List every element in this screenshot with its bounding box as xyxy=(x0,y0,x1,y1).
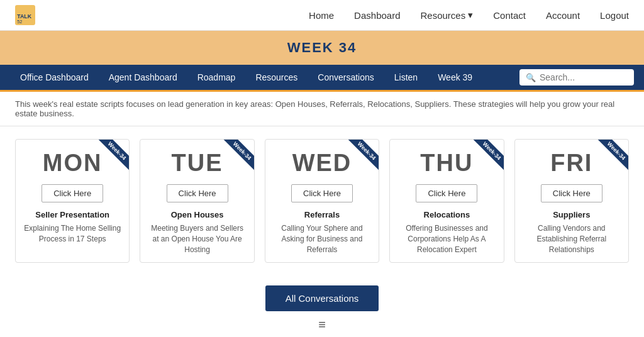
all-conversations-area: All Conversations ≡ xyxy=(0,275,644,337)
day-card-tue: TUE Click Here Open Houses Meeting Buyer… xyxy=(140,139,254,263)
logo-icon: TALK 52 xyxy=(15,5,35,25)
search-area: 🔍 xyxy=(519,69,634,86)
sec-nav-conversations[interactable]: Conversations xyxy=(308,65,384,90)
nav-home[interactable]: Home xyxy=(309,10,334,21)
click-here-fri[interactable]: Click Here xyxy=(541,184,602,202)
all-conversations-button[interactable]: All Conversations xyxy=(265,285,379,311)
day-card-fri: FRI Click Here Suppliers Calling Vendors… xyxy=(514,139,629,263)
corner-ribbon-wed xyxy=(341,140,379,177)
topic-desc-fri: Calling Vendors and Establishing Referra… xyxy=(523,223,621,255)
nav-dashboard[interactable]: Dashboard xyxy=(354,10,400,21)
sec-nav-office-dashboard[interactable]: Office Dashboard xyxy=(10,65,99,90)
topic-desc-mon: Explaining The Home Selling Process in 1… xyxy=(23,223,121,245)
topic-desc-wed: Calling Your Sphere and Asking for Busin… xyxy=(273,223,371,255)
day-label-fri: FRI xyxy=(550,150,592,177)
logo[interactable]: TALK 52 xyxy=(15,5,35,25)
chevron-down-icon: ▾ xyxy=(468,9,473,21)
sec-nav-week39[interactable]: Week 39 xyxy=(428,65,482,90)
topic-desc-tue: Meeting Buyers and Sellers at an Open Ho… xyxy=(148,223,246,255)
click-here-tue[interactable]: Click Here xyxy=(167,184,228,202)
topic-name-tue: Open Houses xyxy=(171,210,224,219)
day-label-tue: TUE xyxy=(172,150,223,177)
topic-desc-thu: Offering Businesses and Corporations Hel… xyxy=(397,223,496,255)
nav-links: Home Dashboard Resources ▾ Contact Accou… xyxy=(309,9,629,21)
topic-name-wed: Referrals xyxy=(304,210,340,219)
cards-grid: MON Click Here Seller Presentation Expla… xyxy=(15,139,629,263)
secondary-nav-wrapper: Office Dashboard Agent Dashboard Roadmap… xyxy=(0,65,644,92)
corner-ribbon-fri xyxy=(591,140,628,177)
sec-nav-agent-dashboard[interactable]: Agent Dashboard xyxy=(99,65,187,90)
week-banner: WEEK 34 xyxy=(0,31,644,65)
menu-icon[interactable]: ≡ xyxy=(318,318,326,332)
click-here-wed[interactable]: Click Here xyxy=(291,184,353,202)
sec-nav-listen[interactable]: Listen xyxy=(384,65,428,90)
search-input[interactable] xyxy=(540,72,628,82)
day-card-mon: MON Click Here Seller Presentation Expla… xyxy=(15,139,130,263)
cards-section: MON Click Here Seller Presentation Expla… xyxy=(0,126,644,275)
sec-nav-resources[interactable]: Resources xyxy=(245,65,308,90)
nav-resources[interactable]: Resources ▾ xyxy=(421,9,474,21)
corner-ribbon-thu xyxy=(466,140,504,177)
corner-ribbon-tue xyxy=(216,140,254,177)
secondary-nav: Office Dashboard Agent Dashboard Roadmap… xyxy=(0,65,644,90)
search-icon: 🔍 xyxy=(526,73,536,82)
day-card-thu: THU Click Here Relocations Offering Busi… xyxy=(389,139,504,263)
corner-ribbon-mon xyxy=(91,140,129,177)
description-text: This week's real estate scripts focuses … xyxy=(0,92,644,126)
nav-contact[interactable]: Contact xyxy=(493,10,526,21)
sec-nav-roadmap[interactable]: Roadmap xyxy=(187,65,246,90)
day-card-wed: WED Click Here Referrals Calling Your Sp… xyxy=(265,139,379,263)
nav-logout[interactable]: Logout xyxy=(600,10,629,21)
top-nav: TALK 52 Home Dashboard Resources ▾ Conta… xyxy=(0,0,644,31)
click-here-mon[interactable]: Click Here xyxy=(42,184,103,202)
click-here-thu[interactable]: Click Here xyxy=(416,184,477,202)
nav-account[interactable]: Account xyxy=(546,10,580,21)
topic-name-mon: Seller Presentation xyxy=(35,210,109,219)
svg-text:52: 52 xyxy=(17,19,22,25)
topic-name-thu: Relocations xyxy=(424,210,470,219)
topic-name-fri: Suppliers xyxy=(553,210,590,219)
